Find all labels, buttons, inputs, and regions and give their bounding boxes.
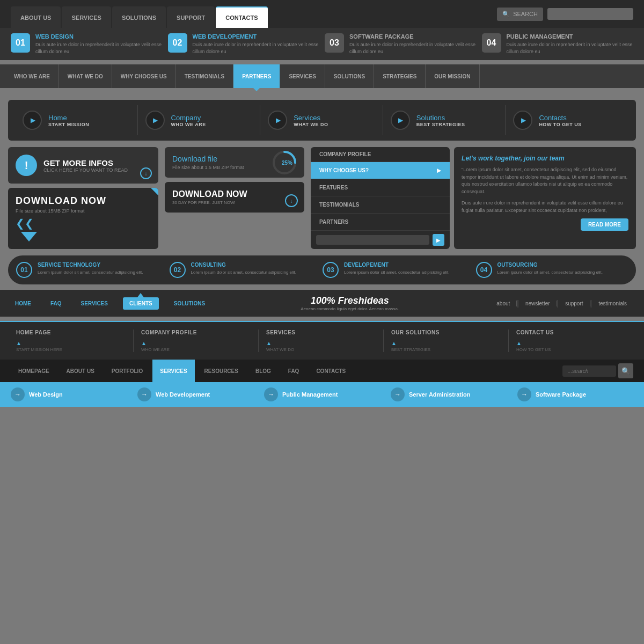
search-input[interactable] (547, 8, 633, 20)
brand-title: 100% Freshideas (220, 295, 479, 306)
join-team-panel: Let's work together, join our team "Lore… (454, 147, 636, 249)
search-area: 🔍 SEARCH (497, 8, 633, 21)
service-text: CONSULTING Lorem ipsum dolor sit amet, c… (191, 262, 297, 275)
cp-item[interactable]: WHY CHOOSE US? (311, 162, 450, 179)
cp-item[interactable]: TESTIMONIALS (311, 196, 450, 214)
service-title: OUTSOURCING (497, 262, 603, 268)
feature-title: WEB DESIGN (35, 33, 163, 40)
feature-desc: Duis aute irure dolor in reprehenderit i… (193, 41, 320, 55)
blue-arrow-icon: → (391, 387, 405, 401)
sitemap-bar: HOME PAGE ▲ START MISSION HERE COMPANY P… (0, 321, 644, 360)
sec-nav-item-partners[interactable]: PARTNERS (233, 64, 280, 88)
cp-items: WHY CHOOSE US?FEATURESTESTIMONIALSPARTNE… (311, 162, 450, 231)
blue-link-item[interactable]: → Web Developement (137, 387, 253, 401)
search-icon-box: 🔍 SEARCH (497, 8, 543, 21)
download-file-card[interactable]: Download file File size about 1.5 MB ZIP… (165, 147, 304, 178)
service-num: 02 (170, 262, 186, 278)
get-more-button[interactable]: ! GET MORE INFOS CLICK HERE IF YOU WANT … (8, 147, 158, 184)
dbn-item-contacts[interactable]: CONTACTS (309, 360, 353, 382)
dbn-item-resources[interactable]: RESOURCES (197, 360, 246, 382)
service-title: SERVICE TECHNOLOGY (38, 262, 143, 268)
nav-tab-support[interactable]: SUPPORT (167, 6, 215, 28)
ribbon-new: New (136, 188, 158, 195)
blue-link-item[interactable]: → Server Administration (391, 387, 507, 401)
nav-tab-services[interactable]: SERVICES (62, 6, 111, 28)
feature-num: 03 (325, 33, 344, 53)
cp-item[interactable]: PARTNERS (311, 214, 450, 231)
sec-nav-item-testimonials[interactable]: TESTIMONIALS (176, 64, 233, 88)
sec-nav-item-why-choose-us[interactable]: WHY CHOOSE US (112, 64, 176, 88)
icon-nav-card[interactable]: Solutions BEST STRATEGIES (384, 105, 506, 135)
service-text: DEVELOPEMENT Lorem ipsum dolor sit amet,… (344, 262, 450, 275)
footer-right-link[interactable]: support (559, 301, 590, 306)
feature-card: 02 WEB DEVELOPEMENT Duis aute irure dolo… (168, 33, 320, 55)
dbn-item-homepage[interactable]: HOMEPAGE (11, 360, 57, 382)
service-num: 03 (323, 262, 339, 278)
dbn-item-services[interactable]: SERVICES (152, 360, 194, 382)
blue-arrow-icon: → (264, 387, 278, 401)
blue-link-label: Server Administration (409, 391, 471, 398)
company-profile-panel: COMPANY PROFILE WHY CHOOSE US?FEATURESTE… (311, 147, 450, 249)
sitemap-title: SERVICES (266, 330, 378, 335)
dbn-item-portfolio[interactable]: PORTFOLIO (104, 360, 150, 382)
sec-nav-item-strategies[interactable]: STRATEGIES (374, 64, 426, 88)
download-now-title-1: DOWNLOAD NOW (16, 195, 151, 207)
sec-nav-item-what-we-do[interactable]: WHAT WE DO (59, 64, 112, 88)
service-item: 01 SERVICE TECHNOLOGY Lorem ipsum dolor … (16, 262, 169, 278)
dbn-search-button[interactable]: 🔍 (618, 363, 633, 378)
dbn-item-faq[interactable]: FAQ (281, 360, 307, 382)
join-team-body1: "Lorem ipsum dolor sit amet, consectetur… (462, 166, 628, 195)
footer-nav-item[interactable]: CLIENTS (123, 297, 159, 310)
icon-nav-card[interactable]: Home START MISSION (16, 105, 138, 135)
download-arrows-icon: ❮❮ (16, 217, 151, 230)
read-more-button[interactable]: READ MORE (581, 218, 628, 231)
blue-link-item[interactable]: → Web Design (11, 387, 127, 401)
brand-sub: Aenean commodo ligula eget dolor. Aenean… (220, 306, 479, 311)
footer-nav-item[interactable]: FAQ (46, 301, 66, 306)
feature-card: 03 SOFTWARE PACKAGE Duis aute irure dolo… (325, 33, 477, 55)
icon-nav-card[interactable]: Company WHO WE ARE (139, 105, 261, 135)
dbn-item-blog[interactable]: BLOG (248, 360, 279, 382)
sitemap-sub: BEST STRATEGIES (391, 347, 503, 352)
dbn-item-about-us[interactable]: ABOUT US (59, 360, 102, 382)
sitemap-sub: HOW TO GET US (516, 347, 628, 352)
footer-nav-item[interactable]: SERVICES (77, 301, 112, 306)
footer-nav-item[interactable]: SOLUTIONS (170, 301, 209, 306)
nav-tab-solutions[interactable]: SOLUTIONS (112, 6, 166, 28)
nav-tab-about-us[interactable]: ABOUT US (11, 6, 61, 28)
cp-search-input[interactable] (316, 235, 429, 245)
nav-tab-contacts[interactable]: CONTACTS (216, 6, 267, 28)
blue-link-label: Public Management (282, 391, 338, 398)
sec-nav-item-solutions[interactable]: SOLUTIONS (325, 64, 374, 88)
footer-right-link[interactable]: newsletter (519, 301, 557, 306)
footer-right-link[interactable]: about (490, 301, 517, 306)
arrow-indicator: ▲ (516, 340, 522, 346)
blue-link-label: Web Design (29, 391, 63, 398)
play-button (268, 111, 287, 130)
download-now-button-1[interactable]: New DOWNLOAD NOW File size about 15MB ZI… (8, 188, 158, 249)
sec-nav-item-services[interactable]: SERVICES (280, 64, 325, 88)
icon-nav-card[interactable]: Contacts HOW TO GET US (507, 105, 628, 135)
dbn-search-input[interactable] (562, 365, 616, 377)
service-item: 02 CONSULTING Lorem ipsum dolor sit amet… (170, 262, 322, 278)
service-title: DEVELOPEMENT (344, 262, 450, 268)
sec-nav-item-our-mission[interactable]: OUR MISSION (426, 64, 479, 88)
footer-right-link[interactable]: testimonials (592, 301, 633, 306)
feature-card: 01 WEB DESIGN Duis aute irure dolor in r… (11, 33, 163, 55)
service-item: 03 DEVELOPEMENT Lorem ipsum dolor sit am… (323, 262, 475, 278)
icon-nav-card[interactable]: Services WHAT WE DO (261, 105, 383, 135)
download-now-button-2[interactable]: DOWNLOAD NOW 30 DAY FOR FREE. JUST NOW! … (165, 182, 304, 213)
brand-center: 100% FreshideasAenean commodo ligula ege… (220, 295, 479, 311)
blue-link-item[interactable]: → Public Management (264, 387, 380, 401)
icon-nav-sub: START MISSION (48, 122, 89, 127)
footer-nav-item[interactable]: HOME (11, 301, 35, 306)
sec-nav-item-who-we-are[interactable]: WHO WE ARE (5, 64, 59, 88)
cp-item[interactable]: FEATURES (311, 179, 450, 196)
blue-arrow-icon: → (137, 387, 151, 401)
sitemap-title: HOME PAGE (16, 330, 128, 335)
blue-link-item[interactable]: → Software Package (517, 387, 633, 401)
icon-nav-bar: Home START MISSION Company WHO WE ARE Se… (8, 100, 636, 141)
feature-bar: 01 WEB DESIGN Duis aute irure dolor in r… (0, 28, 644, 60)
cp-search-button[interactable]: ▶ (433, 234, 444, 246)
dark-bottom-nav: HOMEPAGEABOUT USPORTFOLIOSERVICESRESOURC… (0, 360, 644, 382)
